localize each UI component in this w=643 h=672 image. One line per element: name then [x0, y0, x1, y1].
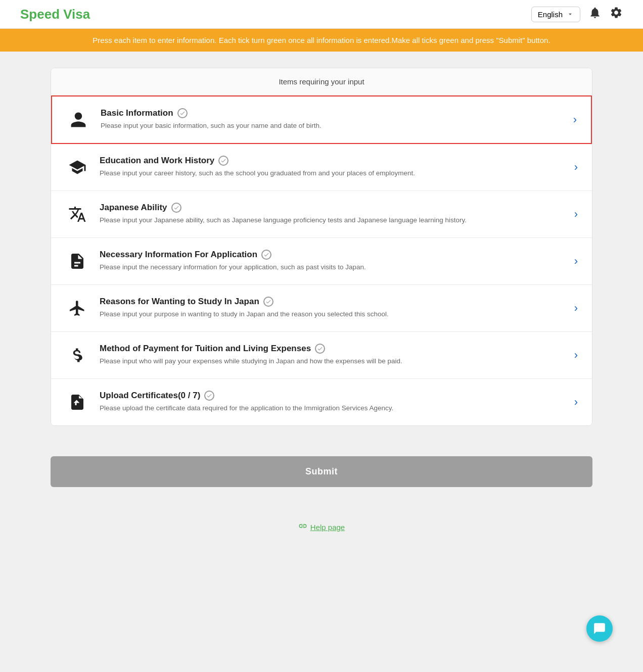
payment-method-content: Method of Payment for Tuition and Living… — [100, 344, 566, 366]
payment-method-title: Method of Payment for Tuition and Living… — [100, 344, 566, 354]
plane-icon — [65, 296, 89, 320]
upload-certs-content: Upload Certificates(0 / 7) Please upload… — [100, 391, 566, 413]
payment-method-desc: Please input who will pay your expenses … — [100, 356, 566, 366]
reasons-study-title: Reasons for Wanting to Study In Japan — [100, 297, 566, 307]
reasons-study-desc: Please input your purpose in wanting to … — [100, 309, 566, 319]
translate-icon — [65, 202, 89, 226]
necessary-info-title: Necessary Information For Application — [100, 250, 566, 260]
notification-bell-icon[interactable] — [588, 6, 602, 22]
upload-certs-chevron: › — [574, 396, 578, 409]
japanese-ability-item[interactable]: Japanese Ability Please input your Japan… — [51, 191, 592, 238]
logo: Speed Visa — [20, 7, 90, 22]
japanese-ability-check — [171, 203, 181, 213]
necessary-info-chevron: › — [574, 255, 578, 268]
reasons-study-check — [263, 297, 273, 307]
reasons-study-item[interactable]: Reasons for Wanting to Study In Japan Pl… — [51, 285, 592, 332]
education-work-title: Education and Work History — [100, 156, 566, 166]
basic-info-content: Basic Information Please input your basi… — [101, 108, 565, 131]
settings-icon[interactable] — [610, 6, 623, 22]
card-header: Items requiring your input — [51, 68, 592, 95]
education-work-desc: Please input your career history, such a… — [100, 168, 566, 178]
education-work-item[interactable]: Education and Work History Please input … — [51, 144, 592, 191]
header: Speed Visa English — [0, 0, 643, 29]
japanese-ability-desc: Please input your Japanese ability, such… — [100, 215, 566, 225]
upload-icon — [65, 390, 89, 414]
japanese-ability-chevron: › — [574, 208, 578, 221]
upload-certs-title: Upload Certificates(0 / 7) — [100, 391, 566, 401]
education-work-chevron: › — [574, 161, 578, 174]
language-label: English — [538, 10, 563, 19]
payment-method-check — [315, 344, 325, 354]
necessary-info-content: Necessary Information For Application Pl… — [100, 250, 566, 272]
reasons-study-chevron: › — [574, 302, 578, 315]
necessary-info-item[interactable]: Necessary Information For Application Pl… — [51, 238, 592, 285]
education-work-check — [218, 156, 228, 166]
submit-section: Submit — [0, 442, 643, 501]
footer: Help page — [0, 511, 643, 543]
chat-icon — [593, 622, 606, 635]
chat-button[interactable] — [586, 615, 613, 642]
upload-certs-desc: Please upload the certificate data requi… — [100, 403, 566, 413]
document-icon — [65, 249, 89, 273]
reasons-study-content: Reasons for Wanting to Study In Japan Pl… — [100, 297, 566, 319]
basic-info-title: Basic Information — [101, 108, 565, 118]
dollar-icon — [65, 343, 89, 367]
education-work-content: Education and Work History Please input … — [100, 156, 566, 178]
basic-info-check — [177, 108, 188, 118]
chevron-down-icon — [567, 11, 574, 18]
payment-method-chevron: › — [574, 349, 578, 362]
necessary-info-check — [261, 250, 271, 260]
person-icon — [66, 108, 90, 132]
necessary-info-desc: Please input the necessary information f… — [100, 262, 566, 272]
japanese-ability-title: Japanese Ability — [100, 203, 566, 213]
basic-info-item[interactable]: Basic Information Please input your basi… — [51, 95, 592, 144]
help-page-link[interactable]: Help page — [310, 523, 345, 532]
language-selector[interactable]: English — [531, 7, 580, 22]
payment-method-item[interactable]: Method of Payment for Tuition and Living… — [51, 332, 592, 379]
upload-certs-item[interactable]: Upload Certificates(0 / 7) Please upload… — [51, 379, 592, 425]
link-icon — [298, 521, 307, 533]
upload-certs-check — [204, 391, 214, 401]
items-card: Items requiring your input Basic Informa… — [51, 68, 592, 426]
header-right: English — [531, 6, 623, 22]
basic-info-chevron: › — [573, 113, 577, 126]
basic-info-desc: Please input your basic information, suc… — [101, 121, 565, 131]
banner-text: Press each item to enter information. Ea… — [93, 36, 550, 44]
submit-button[interactable]: Submit — [51, 456, 592, 487]
main-content: Items requiring your input Basic Informa… — [0, 52, 643, 442]
info-banner: Press each item to enter information. Ea… — [0, 29, 643, 52]
japanese-ability-content: Japanese Ability Please input your Japan… — [100, 203, 566, 225]
graduation-icon — [65, 155, 89, 179]
